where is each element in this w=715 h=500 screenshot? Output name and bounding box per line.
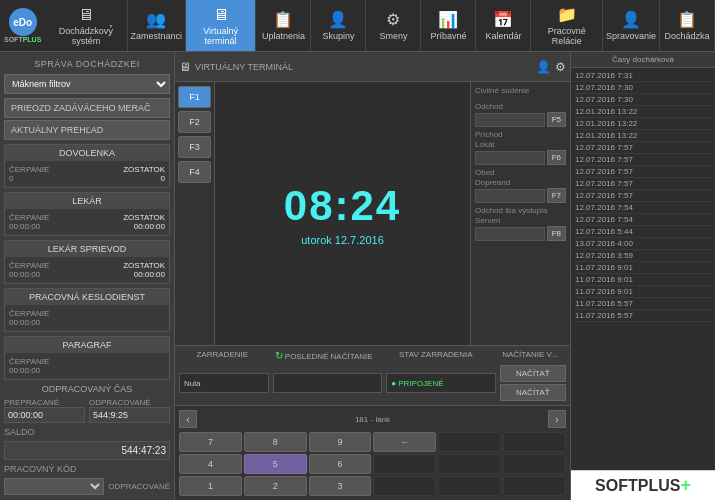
num-2[interactable]: 2 xyxy=(244,476,307,496)
num-empty1 xyxy=(438,432,501,452)
num-5[interactable]: 5 xyxy=(244,454,307,474)
col-stav: STAV ZARRADENIA xyxy=(382,350,490,361)
attendance-list: 12.07.2016 7:3112.07.2016 7:3012.07.2016… xyxy=(571,68,715,470)
nav-item-evidencny[interactable]: 🖥 Dochádzkovỷ systém xyxy=(45,0,127,51)
edo-logo: eDo xyxy=(9,8,37,36)
vterm-icon1[interactable]: 👤 xyxy=(536,60,551,74)
f6-badge[interactable]: F6 xyxy=(547,150,566,165)
aktualny-btn[interactable]: AKTUÁLNY PREHĽAD xyxy=(4,120,170,140)
nav-item-label-kalendar: Kalendár xyxy=(485,31,521,41)
dovolenka-col2: ZOSTATOK xyxy=(89,165,165,174)
nav-item-spravovanie[interactable]: 👤 Spravovanie xyxy=(603,0,660,51)
nav-item-kalendar[interactable]: 📅 Kalendár xyxy=(476,0,531,51)
f1-button[interactable]: F1 xyxy=(178,86,211,108)
last-read-cell xyxy=(273,373,383,393)
attendance-item: 12.07.2016 7:57 xyxy=(573,154,713,166)
num-7[interactable]: 7 xyxy=(179,432,242,452)
vterm-title: VIRTUÁLNY TERMINÁL xyxy=(195,62,293,72)
lekar-section: LEKÁR ČERPANIE ZOSTATOK 00:00:00 00:00:0… xyxy=(4,192,170,236)
numpad-header: ‹ 181 - lank › xyxy=(179,410,566,428)
lipcatelia-icon: 📋 xyxy=(273,10,293,29)
lekar-col1: ČERPANIE xyxy=(9,213,85,222)
num-6[interactable]: 6 xyxy=(309,454,372,474)
pracovny-kod-row: ODPRACOVANÉ xyxy=(4,478,170,495)
saldo-row: SALDO xyxy=(4,427,170,437)
numpad-next-btn[interactable]: › xyxy=(548,410,566,428)
f2-button[interactable]: F2 xyxy=(178,111,211,133)
num-3[interactable]: 3 xyxy=(309,476,372,496)
attendance-item: 12.07.2016 7:30 xyxy=(573,82,713,94)
num-empty6 xyxy=(373,476,436,496)
nacitat-btn2[interactable]: NAČÍTAŤ xyxy=(500,384,566,401)
attendance-item: 12.07.2016 7:30 xyxy=(573,94,713,106)
pracovny-title[interactable]: PRACOVNÁ KESLODIENST xyxy=(5,289,169,305)
paragraf-section: PARAGRAF ČERPANIE 00:00:00 xyxy=(4,336,170,380)
prichod-value xyxy=(475,151,545,165)
lekar-sprievod-col1: ČERPANIE xyxy=(9,261,85,270)
col-zarradenie: ZARRADENIE xyxy=(179,350,266,361)
dochadzka-icon: 📋 xyxy=(677,10,697,29)
lekar-title[interactable]: LEKÁR xyxy=(5,193,169,209)
virtualny-icon: 🖥 xyxy=(213,6,229,24)
pracovne-icon: 📁 xyxy=(557,5,577,24)
num-4[interactable]: 4 xyxy=(179,454,242,474)
nav-item-skupiny[interactable]: 👤 Skupiny xyxy=(311,0,366,51)
vterm-fields: Civilné súdenie Odchod F5 Príchod Lokát … xyxy=(470,82,570,345)
attendance-item: 11.07.2016 9:01 xyxy=(573,286,713,298)
num-9[interactable]: 9 xyxy=(309,432,372,452)
pracovny-kod-select[interactable] xyxy=(4,478,104,495)
term-bottom-row: Nula ● PRIPOJENÉ NAČÍTAŤ NAČÍTAŤ xyxy=(179,365,566,401)
vterm-icon2[interactable]: ⚙ xyxy=(555,60,566,74)
numpad-prev-btn[interactable]: ‹ xyxy=(179,410,197,428)
attendance-item: 12.07.2016 7:54 xyxy=(573,202,713,214)
f8-badge[interactable]: F8 xyxy=(547,226,566,241)
col-posledne: ↻ POSLEDNÉ NAČÍTANIE xyxy=(270,350,378,361)
attendance-item: 12.07.2016 7:57 xyxy=(573,166,713,178)
nav-item-label-skupiny: Skupiny xyxy=(322,31,354,41)
nav-item-pribavne[interactable]: 📊 Príbavné xyxy=(421,0,476,51)
prepracane-label: PREPRACANÉ xyxy=(4,398,85,407)
nav-item-virtualny[interactable]: 🖥 Virtualný terminál xyxy=(186,0,257,51)
num-8[interactable]: 8 xyxy=(244,432,307,452)
nav-item-dochadzka[interactable]: 📋 Dochádzka xyxy=(660,0,715,51)
nav-item-smeny[interactable]: ⚙ Smeny xyxy=(366,0,421,51)
nav-item-lipcatelia[interactable]: 📋 Uplatnenia xyxy=(256,0,311,51)
dopreand-label: Dopreand xyxy=(475,178,566,187)
lekar-val2: 00:00:00 xyxy=(89,222,165,231)
status-cell: ● PRIPOJENÉ xyxy=(386,373,496,393)
num-1[interactable]: 1 xyxy=(179,476,242,496)
paragraf-title[interactable]: PARAGRAF xyxy=(5,337,169,353)
device-cell: Nula xyxy=(179,373,269,393)
refresh-icon: ↻ xyxy=(275,350,283,361)
nav-item-pracovne[interactable]: 📁 Pracovné Relácie xyxy=(531,0,603,51)
softplus-text: SOFTPLUS+ xyxy=(595,475,691,496)
attendance-item: 12.07.2016 7:31 xyxy=(573,70,713,82)
nav-item-label-evidencny: Dochádzkovỷ systém xyxy=(55,26,116,46)
lekar-col2: ZOSTATOK xyxy=(89,213,165,222)
vterm-field-prichod: Príchod Lokát F6 xyxy=(475,130,566,165)
left-panel-title: SPRÁVA DOCHÁDZKEI xyxy=(4,56,170,72)
f3-button[interactable]: F3 xyxy=(178,136,211,158)
vterm-header: 🖥 VIRTUÁLNY TERMINÁL 👤 ⚙ xyxy=(175,52,570,82)
nav-item-zamestnanci[interactable]: 👥 Zamestnanci xyxy=(128,0,186,51)
vterm-top-icons: 👤 ⚙ xyxy=(536,60,566,74)
vterm-body: F1 F2 F3 F4 08:24 utorok 12.7.2016 Civil… xyxy=(175,82,570,345)
clock-display: 08:24 utorok 12.7.2016 xyxy=(215,82,470,345)
num-empty7 xyxy=(438,476,501,496)
filter-select[interactable]: Máknem filtrov xyxy=(4,74,170,94)
attendance-item: 11.07.2016 9:01 xyxy=(573,274,713,286)
f5-badge[interactable]: F5 xyxy=(547,112,566,127)
pribavne-icon: 📊 xyxy=(438,10,458,29)
pracovny-kod-label: PRACOVNÝ KÓD xyxy=(4,464,170,474)
f4-button[interactable]: F4 xyxy=(178,161,211,183)
vterm-field-odchod: Odchod F5 xyxy=(475,102,566,127)
num-empty2 xyxy=(503,432,566,452)
softplus-brand-area: SOFTPLUS+ xyxy=(571,470,715,500)
f7-badge[interactable]: F7 xyxy=(547,188,566,203)
prev-prichod-btn[interactable]: PRIEOZD ZADÁVÁCEHO MERAČ xyxy=(4,98,170,118)
num-backspace[interactable]: ← xyxy=(373,432,436,452)
nacitat-btn1[interactable]: NAČÍTAŤ xyxy=(500,365,566,382)
kalendar-icon: 📅 xyxy=(493,10,513,29)
lekar-sprievod-title[interactable]: LEKÁR SPRIEVOD xyxy=(5,241,169,257)
dovolenka-title[interactable]: DOVOLENKA xyxy=(5,145,169,161)
